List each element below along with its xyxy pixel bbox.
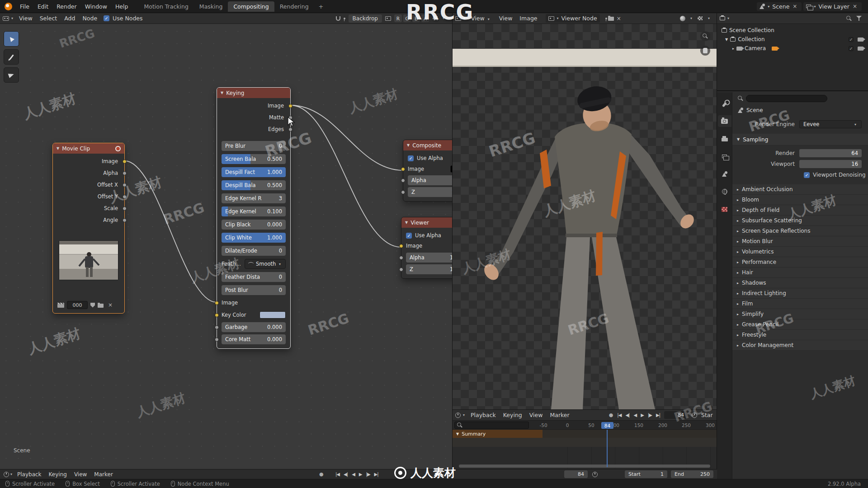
input-socket[interactable] [399,244,403,248]
panel-section-header[interactable]: ▸ Bloom [732,195,868,205]
box-select-tool-button[interactable] [4,31,19,47]
properties-search-input[interactable] [746,95,827,102]
viewer-node-header[interactable]: ▼ Viewer [401,217,453,228]
render-engine-dropdown[interactable]: Eevee ▾ [799,120,862,128]
panel-section-header[interactable]: ▸ Grease Pencil [732,319,868,330]
input-socket[interactable] [215,325,219,329]
output-socket[interactable] [123,171,127,175]
tab-view-layer[interactable] [718,150,731,162]
panel-section-header[interactable]: ▸ Ambient Occlusion [732,184,868,195]
movie-clip-node-header[interactable]: ▼ Movie Clip [53,143,124,154]
close-icon[interactable]: × [851,3,859,9]
menu-item[interactable]: Playback▾ [467,412,500,418]
add-workspace-button[interactable]: + [314,3,328,10]
output-socket[interactable] [123,195,127,199]
editor-type-icon[interactable] [3,16,9,21]
viewport-samples-field[interactable]: 16 [799,160,862,168]
close-icon[interactable]: × [615,15,623,22]
zoom-icon[interactable] [700,31,710,41]
node-param-slider[interactable]: Dilate/Erode 0 [222,246,286,256]
node-param-slider[interactable]: Alpha 1.000 [408,175,453,185]
use-alpha-toggle[interactable]: ✓ Use Alpha [403,153,453,164]
collapse-icon[interactable]: ▼ [221,91,223,95]
panel-section-header[interactable]: ▸ Volumetrics [732,247,868,257]
expand-icon[interactable]: ▸ [732,47,734,51]
expand-icon[interactable]: ▼ [725,38,728,42]
start-frame-field-clipped[interactable]: Start [701,412,713,418]
pin-icon[interactable] [605,18,607,19]
workspace-tab[interactable]: Compositing [228,1,274,12]
summary-channel-row[interactable]: ▼ Summary [453,430,717,438]
output-socket[interactable] [123,183,127,187]
frame-number-field[interactable]: 000 [67,301,88,309]
viewport-denoising-row[interactable]: ✓ Viewport Denoising [732,170,868,180]
movie-clip-node[interactable]: ▼ Movie Clip Image Alpha [52,143,125,314]
prev-keyframe-button[interactable]: ◀| [625,413,629,418]
panel-section-header[interactable]: ▸ Depth of Field [732,205,868,216]
jump-to-end-button[interactable]: ▶| [374,472,378,477]
menu-item[interactable]: View▾ [526,412,547,418]
menu-item[interactable]: Add [61,15,79,22]
menu-item[interactable]: Select [36,15,61,22]
node-param-slider[interactable]: Z 1.000 [406,264,453,274]
exclude-checkbox[interactable]: ✓ [849,37,854,42]
menu-item[interactable]: Keying▾ [45,471,71,478]
output-socket[interactable] [288,127,292,131]
render-visibility-icon[interactable] [858,38,863,42]
image-selector[interactable]: ▾ Viewer Node [546,14,600,23]
image-icon[interactable] [385,16,391,21]
editor-type-icon[interactable] [720,16,725,20]
use-alpha-toggle[interactable]: ✓ Use Alpha [401,230,453,241]
feather-falloff-dropdown[interactable]: Smooth ▾ [245,259,286,269]
play-reverse-button[interactable]: ◀ [352,472,355,477]
tab-texture[interactable] [718,203,731,215]
composite-node[interactable]: ▼ Composite ✓ Use Alpha Image Alpha 1.00… [403,140,453,202]
horizontal-scrollbar[interactable] [459,465,710,468]
node-param-slider[interactable]: Core Matt 0.000 [222,334,286,344]
menu-item[interactable]: File [16,3,33,10]
node-param-slider[interactable]: Screen Bala 0.500 [222,154,286,164]
menu-item[interactable]: Marker▾ [90,471,116,478]
tab-scene[interactable] [718,168,731,180]
keying-node-header[interactable]: ▼ Keying [217,88,290,98]
shading-sphere-icon[interactable] [680,16,685,21]
use-nodes-toggle[interactable]: ✓ Use Nodes [102,15,144,22]
tab-world[interactable] [718,186,731,197]
alpha-checker-icon[interactable] [432,16,438,21]
search-icon[interactable] [846,16,852,21]
node-param-slider[interactable]: Edge Kernel 0.100 [222,206,286,216]
links-cut-tool-button[interactable] [4,67,19,83]
menu-item[interactable]: Keying▾ [500,412,526,418]
jump-to-start-button[interactable]: |◀ [335,472,340,477]
play-button[interactable]: ▶ [359,472,362,477]
menu-item[interactable]: View [495,15,516,22]
panel-section-header[interactable]: ▸ Screen Space Reflections [732,226,868,236]
record-icon[interactable]: ● [609,412,613,418]
current-frame-field[interactable]: 84 [564,470,588,478]
output-socket[interactable] [123,160,127,164]
menu-item[interactable]: Render [52,3,81,10]
keyframe-area[interactable] [453,438,717,469]
output-socket[interactable] [288,104,292,108]
key-color-swatch[interactable] [259,311,286,319]
viewer-node[interactable]: ▼ Viewer ✓ Use Alpha Image Alpha 1.000 [401,217,453,279]
editor-type-icon[interactable] [4,472,9,477]
start-frame-field[interactable]: Start 1 [625,470,667,478]
panel-section-header[interactable]: ▸ Shadows [732,278,868,288]
display-channels-icon[interactable] [697,16,703,21]
annotate-tool-button[interactable] [4,49,19,65]
tab-output[interactable] [718,133,731,145]
clip-thumbnail[interactable] [59,240,118,280]
open-file-icon[interactable] [98,304,104,308]
workspace-tab[interactable]: Motion Tracking [138,1,193,12]
input-socket[interactable] [399,256,403,260]
node-param-slider[interactable]: Despill Bala 0.500 [222,180,286,190]
current-frame-badge[interactable]: 84 [601,422,613,429]
pin-icon[interactable] [344,18,345,19]
menu-item[interactable]: Window [81,3,111,10]
render-visibility-icon[interactable] [858,47,863,51]
channel-button[interactable]: G [403,14,411,22]
panel-section-header[interactable]: ▸ Performance [732,257,868,267]
render-samples-field[interactable]: 64 [799,149,862,157]
input-socket[interactable] [215,338,219,342]
